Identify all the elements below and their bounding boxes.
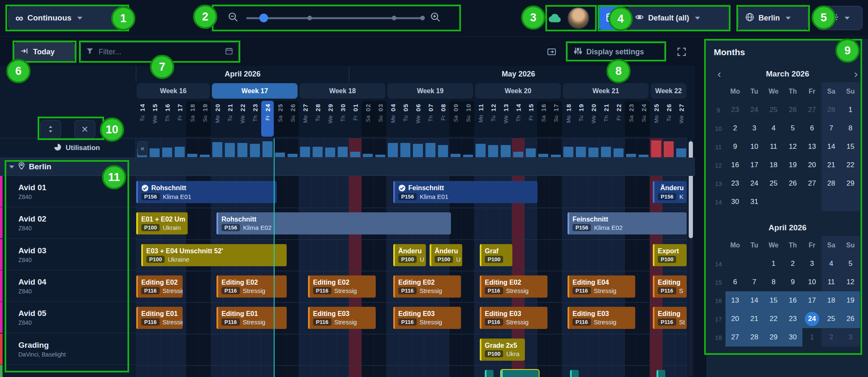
- calendar-day[interactable]: 14: [745, 291, 764, 310]
- calendar-day[interactable]: 17: [745, 156, 764, 174]
- calendar-day[interactable]: 20: [802, 156, 822, 174]
- day-column-header[interactable]: 24Fr: [261, 101, 274, 137]
- calendar-day[interactable]: 16: [725, 156, 745, 174]
- day-column-header[interactable]: 16Sa: [537, 101, 550, 137]
- calendar-day[interactable]: 14: [822, 138, 841, 156]
- day-column-header[interactable]: 22Fr: [612, 101, 625, 137]
- calendar-day[interactable]: [725, 255, 745, 273]
- day-column-header[interactable]: 06We: [412, 101, 424, 137]
- task-bar[interactable]: Editing E04P116Stressig: [568, 275, 635, 298]
- task-bar[interactable]: P: [657, 370, 665, 377]
- day-column-header[interactable]: 11Mo: [474, 101, 487, 137]
- day-column-header[interactable]: 02Sa: [361, 101, 374, 137]
- date-filter-icon[interactable]: [225, 47, 233, 57]
- calendar-day[interactable]: 10: [745, 138, 764, 156]
- day-column-header[interactable]: 17Su: [550, 101, 562, 137]
- calendar-day[interactable]: 17: [802, 291, 822, 310]
- calendar-day[interactable]: 28: [745, 328, 764, 346]
- day-column-header[interactable]: 22We: [236, 101, 249, 137]
- day-column-header[interactable]: 19Tu: [575, 101, 587, 137]
- task-bar[interactable]: Sprach: [501, 370, 539, 377]
- view-filter-dropdown[interactable]: Default (all): [628, 6, 730, 30]
- calendar-day[interactable]: 2: [725, 119, 745, 138]
- day-column-header[interactable]: 24Su: [637, 101, 650, 137]
- today-button[interactable]: Today: [14, 42, 75, 61]
- calendar-day[interactable]: 2: [822, 328, 841, 346]
- calendar-day[interactable]: 28: [822, 101, 841, 119]
- task-bar[interactable]: ÄnderuP100U: [430, 244, 462, 266]
- task-bar[interactable]: E03 + E04 Umschnitt 52'P100Ukraine: [141, 244, 287, 266]
- task-bar[interactable]: Editing E01P116Stressig: [216, 307, 287, 329]
- task-bar[interactable]: RohschnittP156Klima E01: [136, 181, 277, 203]
- task-bar[interactable]: Editing E02P116Stressig: [308, 275, 376, 298]
- calendar-day[interactable]: 15: [764, 291, 783, 310]
- day-column-header[interactable]: 21Th: [600, 101, 612, 137]
- calendar-day[interactable]: 5: [841, 255, 860, 273]
- task-bar[interactable]: GrafP100: [480, 244, 512, 266]
- task-bar[interactable]: Editing E03P116Stressig: [308, 307, 376, 329]
- calendar-day[interactable]: 20: [725, 310, 745, 328]
- calendar-view-button[interactable]: [598, 6, 624, 30]
- day-column-header[interactable]: 28Tu: [311, 101, 324, 137]
- continuous-dropdown[interactable]: ∞ Continuous: [8, 6, 125, 30]
- day-column-header[interactable]: 25Sa: [274, 101, 286, 137]
- day-column-header[interactable]: 16Th: [161, 101, 173, 137]
- day-column-header[interactable]: 26Tu: [662, 101, 675, 137]
- calendar-day[interactable]: 25: [764, 174, 783, 193]
- calendar-day[interactable]: 11: [822, 273, 841, 291]
- calendar-day[interactable]: 29: [764, 328, 783, 346]
- calendar-day[interactable]: 23: [725, 101, 745, 119]
- day-column-header[interactable]: 23Th: [249, 101, 261, 137]
- calendar-day[interactable]: 3: [802, 255, 822, 273]
- calendar-day[interactable]: [745, 255, 764, 273]
- day-column-header[interactable]: 25Mo: [650, 101, 662, 137]
- task-bar[interactable]: Editing E03P116Stressig: [393, 307, 461, 329]
- day-column-header[interactable]: 19Su: [199, 101, 211, 137]
- calendar-day[interactable]: 21: [745, 310, 764, 328]
- calendar-day[interactable]: 21: [822, 156, 841, 174]
- calendar-day[interactable]: 26: [841, 310, 860, 328]
- day-column-header[interactable]: 09Sa: [449, 101, 462, 137]
- day-column-header[interactable]: 14Th: [512, 101, 524, 137]
- settings-dropdown[interactable]: [817, 6, 863, 30]
- calendar-day[interactable]: 22: [841, 156, 860, 174]
- location-dropdown[interactable]: Berlin: [738, 6, 808, 30]
- timeline-week-tab[interactable]: Week 17: [212, 83, 298, 99]
- day-column-header[interactable]: 27Mo: [299, 101, 311, 137]
- calendar-day[interactable]: 24: [745, 174, 764, 193]
- day-column-header[interactable]: 18Mo: [562, 101, 575, 137]
- day-column-header[interactable]: 05Tu: [399, 101, 412, 137]
- task-bar[interactable]: Editing E02P116Stressig: [136, 275, 183, 298]
- calendar-day[interactable]: 30: [783, 328, 802, 346]
- calendar-day[interactable]: 10: [802, 273, 822, 291]
- fullscreen-button[interactable]: [674, 44, 690, 60]
- resource-row[interactable]: Avid 02Z840: [0, 207, 136, 239]
- resource-row[interactable]: Avid 03Z840: [0, 239, 136, 270]
- task-bar[interactable]: Editing E02P116Stressig: [393, 275, 461, 298]
- calendar-day[interactable]: 1: [802, 328, 822, 346]
- vertical-scrollbar-thumb[interactable]: [689, 141, 693, 238]
- zoom-handle[interactable]: [260, 14, 268, 23]
- resource-row[interactable]: Avid 01Z840: [0, 176, 136, 207]
- collapse-all-rows-button[interactable]: [74, 120, 95, 138]
- day-column-header[interactable]: 20Mo: [211, 101, 224, 137]
- day-column-header[interactable]: 10Su: [462, 101, 474, 137]
- user-avatar[interactable]: [568, 7, 589, 29]
- day-column-header[interactable]: 12Tu: [487, 101, 499, 137]
- resource-row[interactable]: Avid 04Z840: [0, 270, 136, 302]
- calendar-day[interactable]: 24: [802, 310, 822, 328]
- calendar-day[interactable]: 19: [841, 291, 860, 310]
- day-column-header[interactable]: 20We: [587, 101, 600, 137]
- task-bar[interactable]: Editing E03P116Stressig: [480, 307, 547, 329]
- calendar-day[interactable]: 4: [822, 255, 841, 273]
- calendar-day[interactable]: 30: [725, 193, 745, 211]
- zoom-in-icon[interactable]: [430, 12, 441, 24]
- calendar-day[interactable]: 13: [802, 138, 822, 156]
- calendar-day[interactable]: 23: [783, 310, 802, 328]
- day-column-header[interactable]: 15Fr: [524, 101, 537, 137]
- day-column-header[interactable]: 13We: [499, 101, 512, 137]
- calendar-day[interactable]: 16: [783, 291, 802, 310]
- zoom-slider[interactable]: [246, 17, 423, 19]
- day-column-header[interactable]: 15We: [148, 101, 161, 137]
- calendar-day[interactable]: 18: [764, 156, 783, 174]
